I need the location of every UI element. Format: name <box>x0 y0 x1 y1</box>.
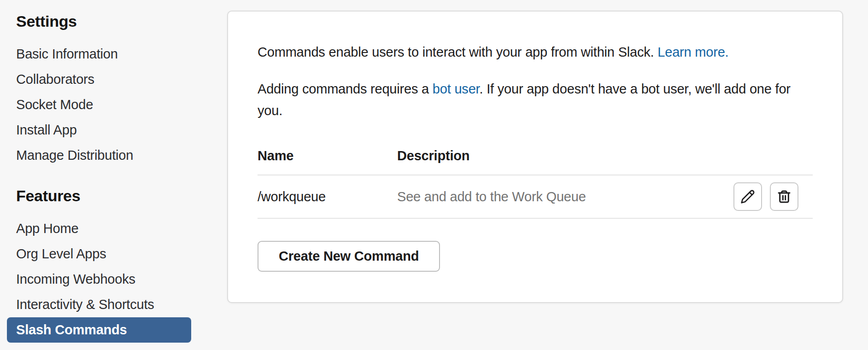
sidebar-nav-features: App Home Org Level Apps Incoming Webhook… <box>7 216 191 343</box>
slash-commands-panel: Commands enable users to interact with y… <box>227 11 843 303</box>
command-table-row: /workqueue See and add to the Work Queue <box>258 175 813 219</box>
pencil-icon <box>740 189 755 204</box>
intro-text: Commands enable users to interact with y… <box>258 45 657 59</box>
column-header-description: Description <box>397 147 813 164</box>
sidebar-item-socket-mode[interactable]: Socket Mode <box>7 92 191 117</box>
sidebar-item-install-app[interactable]: Install App <box>7 117 191 143</box>
command-description: See and add to the Work Queue <box>397 189 724 204</box>
note-text-before: Adding commands requires a <box>258 82 433 96</box>
delete-command-button[interactable] <box>770 182 798 211</box>
sidebar-heading-features: Features <box>16 187 191 205</box>
sidebar-item-interactivity-shortcuts[interactable]: Interactivity & Shortcuts <box>7 292 191 317</box>
note-paragraph: Adding commands requires a bot user. If … <box>258 78 813 122</box>
sidebar-item-basic-information[interactable]: Basic Information <box>7 41 191 67</box>
sidebar-item-app-home[interactable]: App Home <box>7 216 191 241</box>
column-header-name: Name <box>258 147 397 164</box>
intro-paragraph: Commands enable users to interact with y… <box>258 42 813 63</box>
command-name: /workqueue <box>258 189 397 204</box>
sidebar-item-collaborators[interactable]: Collaborators <box>7 67 191 92</box>
row-action-buttons <box>733 182 798 211</box>
bot-user-link[interactable]: bot user <box>433 82 480 96</box>
commands-table-header: Name Description <box>258 147 813 175</box>
sidebar-item-incoming-webhooks[interactable]: Incoming Webhooks <box>7 267 191 292</box>
sidebar-heading-settings: Settings <box>16 12 191 30</box>
sidebar-item-slash-commands[interactable]: Slash Commands <box>7 317 191 343</box>
sidebar-item-manage-distribution[interactable]: Manage Distribution <box>7 143 191 168</box>
create-new-command-button[interactable]: Create New Command <box>258 241 440 272</box>
sidebar-item-org-level-apps[interactable]: Org Level Apps <box>7 241 191 267</box>
edit-command-button[interactable] <box>733 182 762 211</box>
sidebar-nav-settings: Basic Information Collaborators Socket M… <box>7 41 191 168</box>
learn-more-link[interactable]: Learn more. <box>657 45 728 59</box>
trash-icon <box>777 189 792 204</box>
sidebar: Settings Basic Information Collaborators… <box>7 12 191 343</box>
